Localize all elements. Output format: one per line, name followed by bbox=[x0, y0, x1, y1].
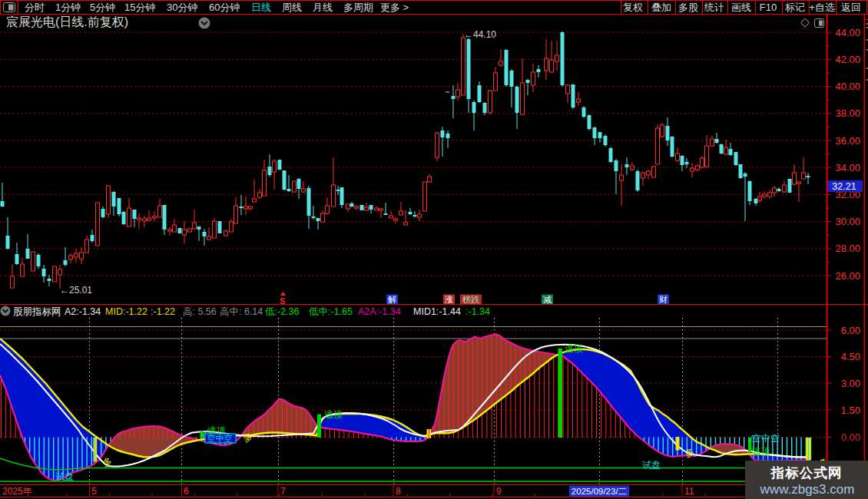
svg-text:返回: 返回 bbox=[841, 2, 861, 13]
svg-text:9: 9 bbox=[496, 486, 502, 497]
svg-text:低:-2.36: 低:-2.36 bbox=[265, 306, 300, 317]
svg-text:11: 11 bbox=[684, 486, 694, 497]
svg-text:画线: 画线 bbox=[731, 2, 751, 13]
svg-text:36.00: 36.00 bbox=[835, 135, 860, 147]
svg-text:A2A:-1.34: A2A:-1.34 bbox=[358, 306, 401, 317]
svg-text:指标公式网: 指标公式网 bbox=[770, 465, 843, 481]
svg-text:←25.01: ←25.01 bbox=[60, 285, 92, 296]
svg-text:30分钟: 30分钟 bbox=[167, 2, 197, 13]
svg-text:高中: 6.14: 高中: 6.14 bbox=[220, 306, 263, 317]
svg-text:5: 5 bbox=[91, 486, 97, 497]
svg-text:逃顶: 逃顶 bbox=[324, 409, 343, 420]
svg-text:标记: 标记 bbox=[785, 2, 805, 13]
svg-text:高: 5.56: 高: 5.56 bbox=[183, 306, 217, 317]
svg-text:4.50: 4.50 bbox=[841, 351, 860, 362]
svg-text:涨: 涨 bbox=[445, 295, 453, 304]
svg-text:MID:-1.22: MID:-1.22 bbox=[105, 306, 147, 317]
svg-text:F10: F10 bbox=[760, 2, 777, 13]
svg-text:逃顶: 逃顶 bbox=[565, 343, 583, 354]
svg-text:∕逃顶: ∕逃顶 bbox=[748, 446, 770, 457]
svg-text:周线: 周线 bbox=[282, 2, 302, 13]
svg-text:多周期: 多周期 bbox=[343, 2, 373, 13]
svg-text:28.00: 28.00 bbox=[835, 243, 860, 254]
svg-text:试盘: 试盘 bbox=[642, 460, 661, 471]
svg-text:解: 解 bbox=[388, 295, 396, 304]
svg-text:1分钟: 1分钟 bbox=[55, 2, 81, 13]
svg-text::-1.22: :-1.22 bbox=[151, 306, 175, 317]
svg-text:32.21: 32.21 bbox=[832, 181, 856, 192]
svg-text:宸展光电(日线.前复权): 宸展光电(日线.前复权) bbox=[6, 15, 128, 28]
svg-text:分时: 分时 bbox=[25, 2, 45, 13]
svg-text:减: 减 bbox=[543, 295, 552, 304]
svg-text:MID1:-1.44: MID1:-1.44 bbox=[413, 306, 461, 317]
svg-text:榜跌: 榜跌 bbox=[462, 295, 480, 304]
svg-text:+自选: +自选 bbox=[809, 2, 835, 13]
svg-text:A2:-1.34: A2:-1.34 bbox=[65, 306, 101, 317]
svg-text:42.00: 42.00 bbox=[835, 54, 860, 65]
svg-text:40.00: 40.00 bbox=[835, 81, 860, 92]
svg-text:5分钟: 5分钟 bbox=[90, 2, 115, 13]
svg-text:←44.10: ←44.10 bbox=[464, 29, 496, 40]
svg-text:叠加: 叠加 bbox=[651, 2, 671, 13]
svg-text:8: 8 bbox=[396, 486, 401, 497]
svg-text:复权: 复权 bbox=[623, 2, 643, 13]
svg-text:30.00: 30.00 bbox=[835, 216, 860, 227]
svg-text:7: 7 bbox=[280, 486, 286, 497]
svg-text:26.00: 26.00 bbox=[835, 270, 860, 282]
svg-text:1.50: 1.50 bbox=[841, 405, 860, 416]
svg-text:统计: 统计 bbox=[704, 2, 724, 13]
svg-text:2025/09/23/二: 2025/09/23/二 bbox=[571, 487, 627, 496]
svg-text:44.00: 44.00 bbox=[835, 27, 860, 38]
svg-text:财: 财 bbox=[659, 295, 668, 304]
svg-text:34.00: 34.00 bbox=[835, 162, 860, 173]
svg-text:空中空: 空中空 bbox=[207, 434, 233, 443]
svg-text:www.zbgs3.com: www.zbgs3.com bbox=[760, 482, 855, 497]
svg-text:股朋指标网: 股朋指标网 bbox=[13, 306, 61, 317]
svg-text:60分钟: 60分钟 bbox=[209, 2, 240, 13]
svg-text:∕空中空: ∕空中空 bbox=[748, 433, 780, 444]
svg-text:日线: 日线 bbox=[251, 2, 271, 13]
svg-text:月线: 月线 bbox=[313, 2, 333, 13]
svg-text:3.00: 3.00 bbox=[841, 378, 860, 389]
svg-text:2025年: 2025年 bbox=[2, 486, 32, 497]
svg-text:更多 >: 更多 > bbox=[380, 2, 409, 13]
svg-text::-1.34: :-1.34 bbox=[465, 306, 490, 317]
svg-text:15分钟: 15分钟 bbox=[124, 2, 155, 13]
svg-text:低中:-1.65: 低中:-1.65 bbox=[309, 306, 353, 317]
svg-text:0.00: 0.00 bbox=[841, 431, 860, 443]
svg-text:38.00: 38.00 bbox=[835, 107, 860, 119]
svg-text:多股: 多股 bbox=[678, 2, 698, 13]
svg-text:试盘: 试盘 bbox=[55, 471, 74, 482]
svg-text:6: 6 bbox=[184, 486, 189, 497]
svg-text:6.00: 6.00 bbox=[841, 325, 860, 336]
